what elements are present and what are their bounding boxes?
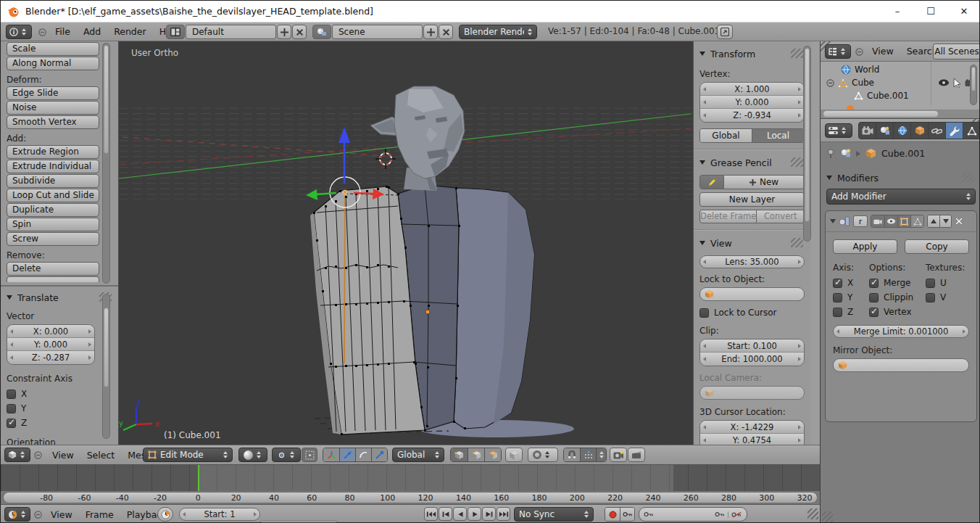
translate-manipulator-icon[interactable]	[339, 448, 355, 461]
cage-display-icon[interactable]	[910, 215, 923, 227]
tool-shelf-item[interactable]: Duplicate	[7, 203, 99, 217]
tool-shelf-item[interactable]: Noise	[7, 101, 99, 115]
outliner-vscrollbar[interactable]	[970, 65, 977, 105]
local-camera-field[interactable]	[699, 386, 805, 400]
decrement-arrow-icon[interactable]	[7, 338, 16, 350]
checkbox-row[interactable]: Z	[833, 305, 869, 319]
make-fullscreen-icon[interactable]	[717, 25, 733, 39]
view-panel-header[interactable]: View	[699, 236, 805, 250]
tool-shelf-item[interactable]: Scale	[7, 42, 99, 56]
outliner-item-cube001[interactable]: Cube.001	[854, 89, 909, 102]
grease-pencil-new-button[interactable]: New	[724, 175, 805, 189]
auto-keying-set-icon[interactable]	[620, 508, 634, 521]
increment-arrow-icon[interactable]	[86, 338, 94, 350]
x-axis-handle[interactable]	[354, 193, 374, 194]
insert-keyframe-icon[interactable]	[715, 511, 725, 517]
tab-world-icon[interactable]	[894, 123, 911, 139]
number-field[interactable]: Start: 0.100	[700, 339, 804, 353]
previous-keyframe-button[interactable]	[439, 507, 452, 521]
maximize-button[interactable]: ☐	[914, 1, 947, 22]
checkbox[interactable]	[869, 293, 879, 302]
menu-item[interactable]: Add	[77, 22, 107, 41]
tool-shelf-item[interactable]: Along Normal	[7, 57, 99, 70]
checkbox[interactable]	[869, 279, 879, 288]
delete-scene-button[interactable]	[439, 25, 453, 39]
keying-set-field[interactable]	[639, 507, 747, 522]
checkbox[interactable]	[699, 308, 709, 318]
menu-item[interactable]: View	[44, 506, 79, 523]
add-scene-button[interactable]	[423, 25, 438, 39]
tab-constraints-icon[interactable]	[929, 123, 946, 139]
proportional-edit-dropdown[interactable]	[528, 448, 558, 462]
number-field[interactable]: Z: -0.934	[700, 109, 804, 122]
visibility-eye-icon[interactable]	[938, 79, 950, 86]
checkbox[interactable]	[7, 390, 16, 399]
checkbox-row[interactable]: Vertex	[869, 305, 926, 319]
checkbox-row[interactable]: X	[833, 276, 869, 290]
tool-shelf-item[interactable]: Extrude Region	[7, 145, 99, 159]
expand-minus-icon[interactable]	[826, 79, 834, 87]
3d-view-editor-type-button[interactable]	[4, 448, 30, 462]
lock-to-object-field[interactable]	[699, 287, 805, 301]
modifier-name-field[interactable]: r	[853, 215, 868, 227]
copy-button[interactable]: Copy	[905, 239, 969, 254]
play-reverse-button[interactable]	[453, 507, 467, 521]
record-auto-keyframe-button[interactable]	[605, 508, 620, 521]
pin-icon[interactable]	[826, 149, 836, 159]
mesh-body[interactable]	[310, 184, 534, 435]
scenes-filter-dropdown[interactable]: All Scenes	[933, 44, 980, 59]
tab-modifiers-icon[interactable]	[946, 123, 963, 139]
screen-layout-icon-button[interactable]	[166, 25, 185, 39]
checkbox[interactable]	[833, 293, 842, 302]
tool-shelf-scrollbar[interactable]	[102, 43, 110, 284]
tool-shelf-item[interactable]	[7, 276, 99, 282]
delete-keyframe-icon[interactable]	[728, 511, 742, 518]
n-panel-scrollbar[interactable]	[803, 46, 811, 242]
add-layout-button[interactable]	[277, 25, 291, 39]
global-toggle-button[interactable]: Global	[700, 129, 752, 142]
modifiers-panel-header[interactable]: Modifiers	[826, 171, 976, 184]
redo-panel-scrollbar[interactable]	[102, 294, 110, 439]
render-engine-dropdown[interactable]: Blender Render	[459, 25, 537, 39]
tool-shelf-item[interactable]: Extrude Individual	[7, 160, 99, 173]
menu-item[interactable]: File	[49, 22, 77, 41]
delete-frame-button[interactable]: Delete Frame	[699, 210, 757, 223]
checkbox-row[interactable]: Y	[833, 290, 869, 305]
number-field[interactable]: X: -1.4229	[700, 421, 804, 434]
opengl-render-icon[interactable]	[610, 448, 627, 462]
transform-orientation-dropdown[interactable]: Global	[392, 448, 444, 462]
screen-layout-field[interactable]: Default	[186, 25, 276, 39]
tab-object-icon[interactable]	[911, 123, 929, 139]
viewport-visibility-eye-icon[interactable]	[884, 215, 897, 227]
local-toggle-button[interactable]: Local	[752, 129, 804, 142]
menu-item[interactable]: Render	[107, 22, 153, 41]
checkbox[interactable]	[7, 404, 16, 413]
decrement-arrow-icon[interactable]	[7, 351, 16, 364]
mirror-object-field[interactable]	[833, 358, 969, 372]
use-preview-range-toggle[interactable]	[157, 507, 173, 522]
tab-object-data-icon[interactable]	[963, 123, 980, 139]
checkbox-row[interactable]: V	[926, 290, 947, 305]
lock-to-cursor-row[interactable]: Lock to Cursor	[699, 305, 811, 320]
checkbox[interactable]	[926, 279, 935, 288]
rotate-manipulator-icon[interactable]	[355, 448, 371, 461]
decrement-arrow-icon[interactable]	[700, 96, 709, 108]
collapse-menus-icon[interactable]	[38, 28, 46, 36]
checkbox-row[interactable]: Clippin	[869, 290, 926, 305]
panel-drag-widget[interactable]	[791, 157, 803, 167]
lens-field[interactable]: Lens: 35.000	[699, 255, 805, 268]
jump-to-end-button[interactable]	[497, 507, 510, 521]
panel-drag-widget[interactable]	[791, 238, 803, 247]
increment-arrow-icon[interactable]	[86, 351, 94, 364]
tool-shelf-item[interactable]: Edge Slide	[7, 86, 99, 100]
edge-select-icon[interactable]	[468, 448, 484, 461]
increment-arrow-icon[interactable]	[86, 325, 94, 337]
viewport-shading-dropdown[interactable]	[238, 448, 267, 462]
render-visibility-icon[interactable]	[871, 215, 884, 227]
new-layer-button[interactable]: New Layer	[699, 192, 805, 207]
add-modifier-dropdown[interactable]: Add Modifier	[826, 189, 976, 205]
move-modifier-down-icon[interactable]	[939, 215, 951, 227]
decrement-arrow-icon[interactable]	[7, 325, 16, 337]
number-field[interactable]: X: 1.000	[700, 83, 804, 96]
number-field[interactable]: X: 0.000	[7, 325, 94, 338]
